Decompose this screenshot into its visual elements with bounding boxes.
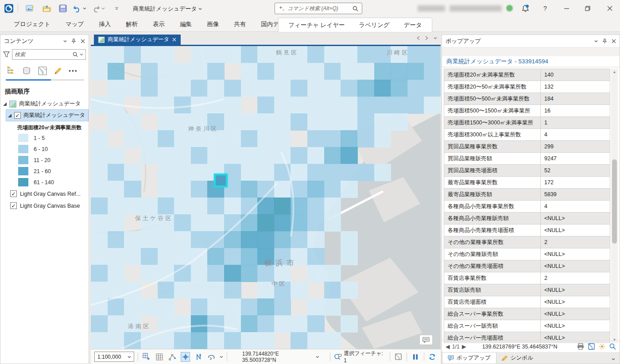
filter-funnel-icon[interactable] [3, 51, 10, 58]
mesh-cell[interactable] [207, 80, 225, 97]
mesh-cell[interactable] [124, 298, 141, 316]
expand-triangle-icon[interactable] [8, 114, 12, 117]
mesh-cell[interactable] [357, 46, 375, 63]
mesh-cell[interactable] [207, 147, 225, 164]
mesh-cell[interactable] [324, 130, 341, 147]
mesh-cell[interactable] [374, 63, 391, 80]
table-row[interactable]: その他の業種事業所数2 [444, 236, 610, 248]
help-icon[interactable]: ? [537, 0, 554, 17]
contextual-tab-0[interactable]: フィーチャ レイヤー [281, 21, 352, 29]
mesh-cell[interactable] [324, 298, 341, 316]
edit-pencil-icon[interactable] [54, 66, 62, 75]
mesh-cell[interactable] [341, 113, 358, 131]
mesh-cell[interactable] [291, 231, 308, 248]
mesh-cell[interactable] [257, 181, 275, 198]
table-row[interactable]: 売場面積50〜500㎡未満事業所数184 [444, 93, 610, 105]
mesh-cell[interactable] [158, 147, 175, 164]
mesh-cell[interactable] [207, 332, 225, 349]
mesh-cell[interactable] [307, 214, 325, 232]
mesh-cell[interactable] [274, 164, 291, 181]
add-grid-icon[interactable] [142, 352, 151, 362]
mesh-cell[interactable] [91, 164, 108, 181]
mesh-cell[interactable] [174, 80, 191, 97]
quick-access-customize-icon[interactable] [113, 3, 120, 14]
mesh-cell[interactable] [241, 248, 258, 265]
mesh-cell[interactable] [174, 248, 191, 265]
layer-visibility-checkbox[interactable]: ✓ [10, 202, 17, 209]
mesh-cell[interactable] [307, 298, 325, 316]
list-by-drawing-order-icon[interactable] [6, 66, 16, 76]
mesh-cell[interactable] [307, 97, 325, 114]
table-row[interactable]: 総合スーパー事業所数<NULL> [444, 308, 610, 320]
mesh-cell[interactable] [141, 97, 158, 114]
mesh-cell[interactable] [357, 80, 375, 97]
mesh-cell[interactable] [341, 147, 358, 164]
mesh-cell[interactable] [241, 63, 258, 80]
close-tab-icon[interactable] [172, 38, 176, 42]
mesh-cell[interactable] [257, 298, 275, 316]
mesh-cell[interactable] [124, 332, 141, 349]
new-project-icon[interactable] [25, 3, 35, 14]
mesh-cell[interactable] [324, 97, 341, 114]
mesh-cell[interactable] [108, 181, 125, 198]
mesh-cell[interactable] [124, 181, 141, 198]
mesh-cell[interactable] [91, 130, 108, 147]
mesh-cell[interactable] [91, 298, 108, 316]
refresh-icon[interactable] [428, 352, 437, 362]
mesh-cell[interactable] [324, 265, 341, 282]
mesh-cell[interactable] [91, 97, 108, 114]
dock-tabs-chevron-icon[interactable] [612, 357, 620, 364]
mesh-cell[interactable] [274, 97, 291, 114]
mesh-cell[interactable] [257, 214, 275, 232]
close-panel-icon[interactable] [81, 39, 85, 43]
mesh-cell[interactable] [257, 164, 275, 181]
ribbon-tab-0[interactable]: プロジェクト [6, 17, 58, 32]
mesh-cell[interactable] [191, 214, 208, 232]
prev-view-chevron-icon[interactable] [417, 36, 420, 40]
mesh-cell[interactable] [158, 97, 175, 114]
mesh-cell[interactable] [224, 298, 241, 316]
table-row[interactable]: その他の業種販売額<NULL> [444, 248, 610, 260]
mesh-cell[interactable] [307, 248, 325, 265]
mesh-cell[interactable] [108, 248, 125, 265]
mesh-cell[interactable] [174, 97, 191, 114]
mesh-cell[interactable] [91, 214, 108, 232]
spatial-map-constraint-icon[interactable] [394, 352, 403, 362]
mesh-cell[interactable] [224, 147, 241, 164]
selected-features-status[interactable]: 選択フィーチャ: 1 [334, 350, 386, 364]
mesh-layer-row-selected[interactable]: ✓ 商業統計メッシュデータ [6, 109, 89, 121]
mesh-cell[interactable] [291, 80, 308, 97]
mesh-cell[interactable] [174, 332, 191, 349]
mesh-cell[interactable] [274, 80, 291, 97]
mesh-cell[interactable] [241, 46, 258, 63]
panel-menu-chevron-icon[interactable] [63, 39, 67, 43]
mesh-cell[interactable] [391, 113, 408, 131]
grid-icon[interactable] [155, 352, 164, 362]
mesh-cell[interactable] [291, 332, 308, 349]
mesh-cell[interactable] [257, 63, 275, 80]
ribbon-tab-4[interactable]: 表示 [145, 17, 172, 32]
export-map-icon[interactable] [588, 343, 595, 350]
table-row[interactable]: 百貨店事業所数2 [444, 272, 610, 284]
mesh-cell[interactable] [241, 332, 258, 349]
mesh-cell[interactable] [174, 147, 191, 164]
close-button[interactable] [601, 0, 619, 17]
more-options-ellipsis-icon[interactable]: ••• [69, 67, 78, 74]
mesh-cell[interactable] [141, 147, 158, 164]
mesh-cell[interactable] [191, 147, 208, 164]
mesh-cell[interactable] [341, 130, 358, 147]
table-row[interactable]: 買回品業種売場面積52 [444, 165, 610, 177]
table-row[interactable]: 総合スーパー販売額<NULL> [444, 320, 610, 332]
mesh-cell[interactable] [307, 80, 325, 97]
mesh-cell[interactable] [191, 80, 208, 97]
mesh-cell[interactable] [124, 46, 141, 63]
mesh-cell[interactable] [291, 282, 308, 299]
mesh-cell[interactable] [241, 130, 258, 147]
cursor-coordinates[interactable]: 139.7144820°E 35.5003728°N [242, 351, 319, 363]
mesh-cell[interactable] [307, 265, 325, 282]
basemap-layer-row[interactable]: ✓Light Gray Canvas Base [0, 200, 89, 212]
save-project-icon[interactable] [58, 3, 68, 14]
mesh-cell[interactable] [224, 113, 241, 131]
mesh-cell[interactable] [307, 332, 325, 349]
project-title[interactable]: 商業統計メッシュデータ [133, 5, 202, 13]
